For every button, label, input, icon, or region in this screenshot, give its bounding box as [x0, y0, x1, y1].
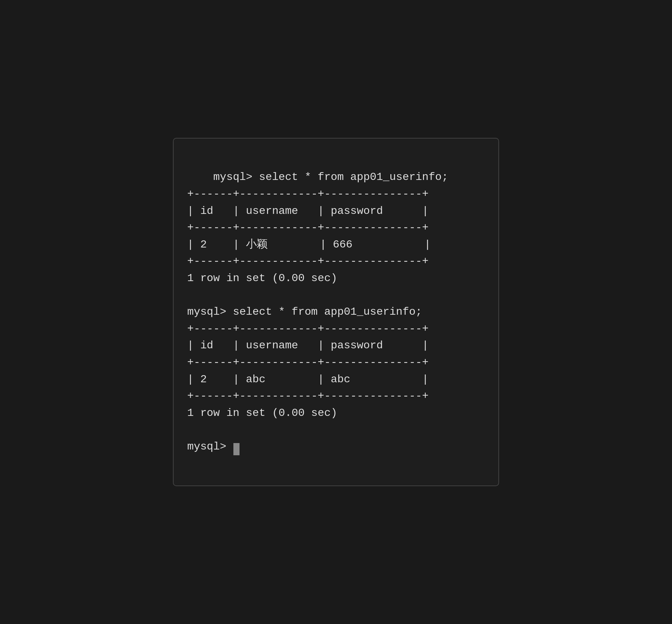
block2-line2: +------+------------+---------------+ — [187, 323, 429, 335]
block1-line1: mysql> select * from app01_userinfo; — [213, 171, 448, 183]
block2-line3: | id | username | password | — [187, 339, 429, 352]
terminal-window: mysql> select * from app01_userinfo; +--… — [173, 138, 499, 486]
block2-line4: +------+------------+---------------+ — [187, 356, 429, 369]
block2-line6: +------+------------+---------------+ — [187, 390, 429, 402]
block2-line1: mysql> select * from app01_userinfo; — [187, 306, 422, 318]
block1-line2: +------+------------+---------------+ — [187, 188, 429, 200]
block1-line6: +------+------------+---------------+ — [187, 255, 429, 268]
block1-line5: | 2 | 小颖 | 666 | — [187, 238, 431, 251]
block1-line4: +------+------------+---------------+ — [187, 221, 429, 234]
cursor — [233, 443, 240, 455]
block1-rowcount: 1 row in set (0.00 sec) — [187, 272, 337, 285]
block2-line5: | 2 | abc | abc | — [187, 373, 429, 386]
block2-rowcount: 1 row in set (0.00 sec) — [187, 407, 337, 419]
terminal-content: mysql> select * from app01_userinfo; +--… — [187, 152, 485, 472]
current-prompt: mysql> — [187, 440, 233, 453]
block1-line3: | id | username | password | — [187, 205, 429, 217]
